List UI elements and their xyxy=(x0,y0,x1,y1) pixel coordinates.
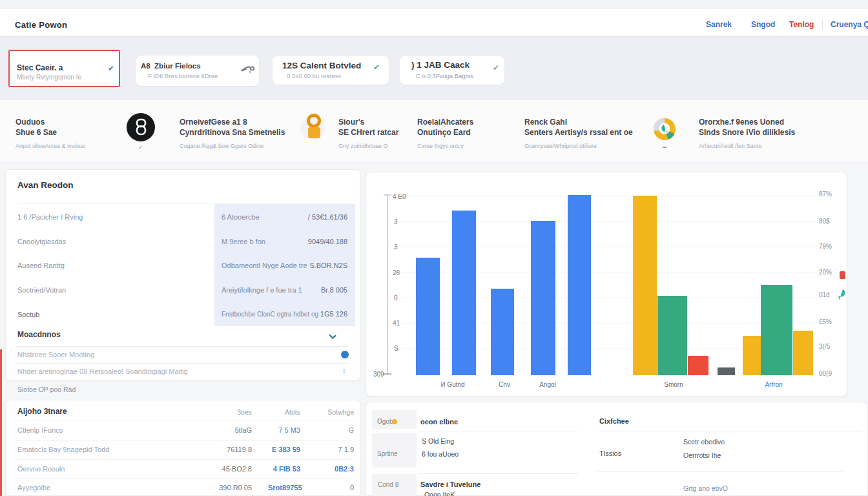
svg-text:Angol: Angol xyxy=(539,381,556,388)
svg-text:3: 3 xyxy=(394,218,398,225)
svg-text:79%: 79% xyxy=(819,243,832,250)
svg-text:80$: 80$ xyxy=(819,218,830,225)
svg-text:0: 0 xyxy=(394,294,398,302)
svg-text:20%: 20% xyxy=(819,269,832,276)
svg-text:3(/5: 3(/5 xyxy=(819,343,831,350)
svg-text:И Gutnd: И Gutnd xyxy=(440,381,464,388)
svg-text:Smorn: Smorn xyxy=(664,381,683,388)
svg-text:4 E0: 4 E0 xyxy=(393,193,406,200)
svg-text:£5%: £5% xyxy=(819,318,832,326)
svg-text:01d: 01d xyxy=(819,291,830,298)
svg-text:Cnv: Cnv xyxy=(499,381,510,388)
svg-text:S: S xyxy=(394,345,398,352)
svg-text:Arfron: Arfron xyxy=(765,381,782,388)
svg-text:3: 3 xyxy=(394,243,398,251)
svg-text:28: 28 xyxy=(393,269,400,276)
svg-text:41: 41 xyxy=(393,320,400,327)
svg-text:00(9: 00(9 xyxy=(819,370,832,377)
svg-text:309: 309 xyxy=(373,371,384,378)
svg-text:87%: 87% xyxy=(819,191,832,198)
